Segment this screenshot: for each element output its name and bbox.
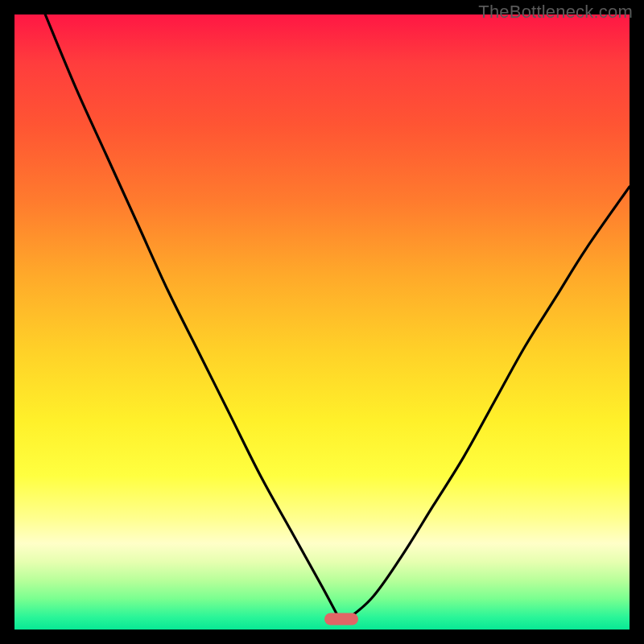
plot-area: [14, 14, 630, 630]
chart-frame: TheBottleneck.com: [0, 0, 644, 644]
bottleneck-curve: [14, 14, 630, 630]
curve-left-branch: [45, 14, 341, 623]
watermark-text: TheBottleneck.com: [478, 2, 633, 23]
curve-right-branch: [341, 187, 630, 623]
optimal-balance-marker: [324, 613, 358, 625]
